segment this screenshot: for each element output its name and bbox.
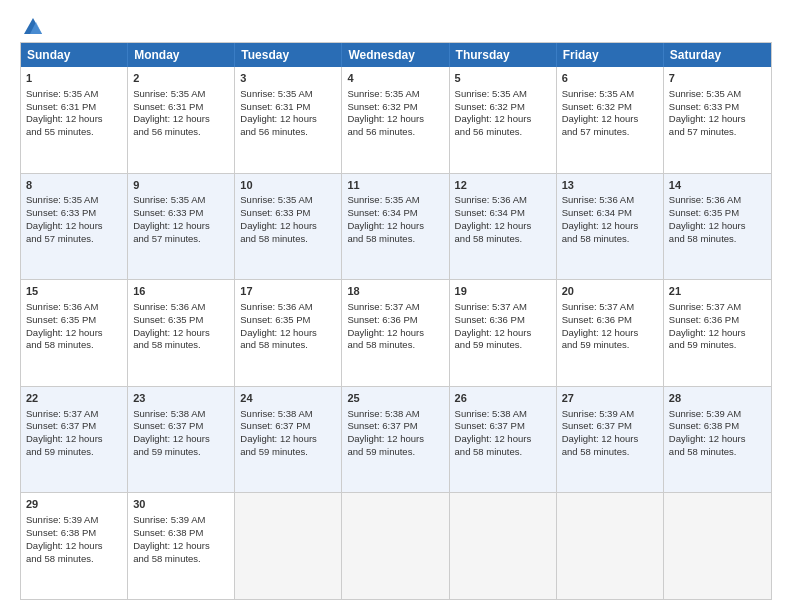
calendar-day: 4Sunrise: 5:35 AM Sunset: 6:32 PM Daylig…	[342, 67, 449, 173]
empty-day	[342, 493, 449, 599]
day-info: Sunrise: 5:36 AM Sunset: 6:35 PM Dayligh…	[133, 301, 210, 350]
header	[20, 16, 772, 34]
logo-icon	[22, 16, 44, 38]
empty-day	[235, 493, 342, 599]
calendar-day: 13Sunrise: 5:36 AM Sunset: 6:34 PM Dayli…	[557, 174, 664, 280]
calendar-day: 7Sunrise: 5:35 AM Sunset: 6:33 PM Daylig…	[664, 67, 771, 173]
day-info: Sunrise: 5:35 AM Sunset: 6:31 PM Dayligh…	[133, 88, 210, 137]
calendar-day: 29Sunrise: 5:39 AM Sunset: 6:38 PM Dayli…	[21, 493, 128, 599]
calendar-day: 30Sunrise: 5:39 AM Sunset: 6:38 PM Dayli…	[128, 493, 235, 599]
day-number: 14	[669, 178, 766, 193]
day-number: 25	[347, 391, 443, 406]
calendar-day: 15Sunrise: 5:36 AM Sunset: 6:35 PM Dayli…	[21, 280, 128, 386]
calendar-body: 1Sunrise: 5:35 AM Sunset: 6:31 PM Daylig…	[21, 67, 771, 599]
calendar-day: 22Sunrise: 5:37 AM Sunset: 6:37 PM Dayli…	[21, 387, 128, 493]
day-info: Sunrise: 5:38 AM Sunset: 6:37 PM Dayligh…	[347, 408, 424, 457]
day-info: Sunrise: 5:35 AM Sunset: 6:32 PM Dayligh…	[562, 88, 639, 137]
calendar: SundayMondayTuesdayWednesdayThursdayFrid…	[20, 42, 772, 600]
day-number: 23	[133, 391, 229, 406]
calendar-header: SundayMondayTuesdayWednesdayThursdayFrid…	[21, 43, 771, 67]
calendar-day: 8Sunrise: 5:35 AM Sunset: 6:33 PM Daylig…	[21, 174, 128, 280]
weekday-header: Saturday	[664, 43, 771, 67]
day-number: 20	[562, 284, 658, 299]
day-info: Sunrise: 5:35 AM Sunset: 6:33 PM Dayligh…	[240, 194, 317, 243]
day-info: Sunrise: 5:36 AM Sunset: 6:35 PM Dayligh…	[669, 194, 746, 243]
day-info: Sunrise: 5:38 AM Sunset: 6:37 PM Dayligh…	[133, 408, 210, 457]
day-info: Sunrise: 5:39 AM Sunset: 6:38 PM Dayligh…	[133, 514, 210, 563]
day-info: Sunrise: 5:39 AM Sunset: 6:37 PM Dayligh…	[562, 408, 639, 457]
weekday-header: Thursday	[450, 43, 557, 67]
day-number: 28	[669, 391, 766, 406]
day-number: 9	[133, 178, 229, 193]
day-number: 6	[562, 71, 658, 86]
calendar-day: 23Sunrise: 5:38 AM Sunset: 6:37 PM Dayli…	[128, 387, 235, 493]
day-info: Sunrise: 5:36 AM Sunset: 6:34 PM Dayligh…	[455, 194, 532, 243]
day-info: Sunrise: 5:39 AM Sunset: 6:38 PM Dayligh…	[669, 408, 746, 457]
day-number: 7	[669, 71, 766, 86]
calendar-day: 12Sunrise: 5:36 AM Sunset: 6:34 PM Dayli…	[450, 174, 557, 280]
calendar-day: 5Sunrise: 5:35 AM Sunset: 6:32 PM Daylig…	[450, 67, 557, 173]
day-info: Sunrise: 5:36 AM Sunset: 6:35 PM Dayligh…	[240, 301, 317, 350]
day-number: 8	[26, 178, 122, 193]
calendar-day: 3Sunrise: 5:35 AM Sunset: 6:31 PM Daylig…	[235, 67, 342, 173]
day-number: 27	[562, 391, 658, 406]
day-info: Sunrise: 5:35 AM Sunset: 6:33 PM Dayligh…	[133, 194, 210, 243]
day-number: 15	[26, 284, 122, 299]
day-info: Sunrise: 5:35 AM Sunset: 6:31 PM Dayligh…	[240, 88, 317, 137]
day-info: Sunrise: 5:37 AM Sunset: 6:37 PM Dayligh…	[26, 408, 103, 457]
day-info: Sunrise: 5:35 AM Sunset: 6:33 PM Dayligh…	[669, 88, 746, 137]
calendar-day: 26Sunrise: 5:38 AM Sunset: 6:37 PM Dayli…	[450, 387, 557, 493]
calendar-page: SundayMondayTuesdayWednesdayThursdayFrid…	[0, 0, 792, 612]
day-info: Sunrise: 5:38 AM Sunset: 6:37 PM Dayligh…	[455, 408, 532, 457]
calendar-day: 17Sunrise: 5:36 AM Sunset: 6:35 PM Dayli…	[235, 280, 342, 386]
logo	[20, 16, 44, 34]
day-number: 10	[240, 178, 336, 193]
empty-day	[664, 493, 771, 599]
calendar-day: 19Sunrise: 5:37 AM Sunset: 6:36 PM Dayli…	[450, 280, 557, 386]
calendar-day: 25Sunrise: 5:38 AM Sunset: 6:37 PM Dayli…	[342, 387, 449, 493]
day-info: Sunrise: 5:37 AM Sunset: 6:36 PM Dayligh…	[669, 301, 746, 350]
weekday-header: Wednesday	[342, 43, 449, 67]
calendar-day: 14Sunrise: 5:36 AM Sunset: 6:35 PM Dayli…	[664, 174, 771, 280]
day-number: 29	[26, 497, 122, 512]
calendar-day: 24Sunrise: 5:38 AM Sunset: 6:37 PM Dayli…	[235, 387, 342, 493]
day-info: Sunrise: 5:36 AM Sunset: 6:35 PM Dayligh…	[26, 301, 103, 350]
calendar-day: 10Sunrise: 5:35 AM Sunset: 6:33 PM Dayli…	[235, 174, 342, 280]
day-info: Sunrise: 5:36 AM Sunset: 6:34 PM Dayligh…	[562, 194, 639, 243]
day-info: Sunrise: 5:35 AM Sunset: 6:34 PM Dayligh…	[347, 194, 424, 243]
calendar-day: 21Sunrise: 5:37 AM Sunset: 6:36 PM Dayli…	[664, 280, 771, 386]
calendar-row: 15Sunrise: 5:36 AM Sunset: 6:35 PM Dayli…	[21, 279, 771, 386]
day-info: Sunrise: 5:38 AM Sunset: 6:37 PM Dayligh…	[240, 408, 317, 457]
day-number: 4	[347, 71, 443, 86]
day-number: 19	[455, 284, 551, 299]
day-number: 26	[455, 391, 551, 406]
day-number: 2	[133, 71, 229, 86]
day-info: Sunrise: 5:35 AM Sunset: 6:32 PM Dayligh…	[347, 88, 424, 137]
day-number: 3	[240, 71, 336, 86]
calendar-day: 28Sunrise: 5:39 AM Sunset: 6:38 PM Dayli…	[664, 387, 771, 493]
day-info: Sunrise: 5:37 AM Sunset: 6:36 PM Dayligh…	[347, 301, 424, 350]
day-number: 30	[133, 497, 229, 512]
day-number: 13	[562, 178, 658, 193]
day-number: 21	[669, 284, 766, 299]
day-number: 16	[133, 284, 229, 299]
day-number: 17	[240, 284, 336, 299]
calendar-row: 1Sunrise: 5:35 AM Sunset: 6:31 PM Daylig…	[21, 67, 771, 173]
day-info: Sunrise: 5:35 AM Sunset: 6:31 PM Dayligh…	[26, 88, 103, 137]
weekday-header: Monday	[128, 43, 235, 67]
calendar-day: 20Sunrise: 5:37 AM Sunset: 6:36 PM Dayli…	[557, 280, 664, 386]
day-info: Sunrise: 5:37 AM Sunset: 6:36 PM Dayligh…	[562, 301, 639, 350]
empty-day	[557, 493, 664, 599]
calendar-day: 6Sunrise: 5:35 AM Sunset: 6:32 PM Daylig…	[557, 67, 664, 173]
calendar-day: 2Sunrise: 5:35 AM Sunset: 6:31 PM Daylig…	[128, 67, 235, 173]
day-number: 22	[26, 391, 122, 406]
day-info: Sunrise: 5:39 AM Sunset: 6:38 PM Dayligh…	[26, 514, 103, 563]
day-number: 12	[455, 178, 551, 193]
calendar-day: 11Sunrise: 5:35 AM Sunset: 6:34 PM Dayli…	[342, 174, 449, 280]
calendar-day: 16Sunrise: 5:36 AM Sunset: 6:35 PM Dayli…	[128, 280, 235, 386]
empty-day	[450, 493, 557, 599]
calendar-day: 27Sunrise: 5:39 AM Sunset: 6:37 PM Dayli…	[557, 387, 664, 493]
day-info: Sunrise: 5:35 AM Sunset: 6:32 PM Dayligh…	[455, 88, 532, 137]
calendar-day: 9Sunrise: 5:35 AM Sunset: 6:33 PM Daylig…	[128, 174, 235, 280]
calendar-row: 29Sunrise: 5:39 AM Sunset: 6:38 PM Dayli…	[21, 492, 771, 599]
